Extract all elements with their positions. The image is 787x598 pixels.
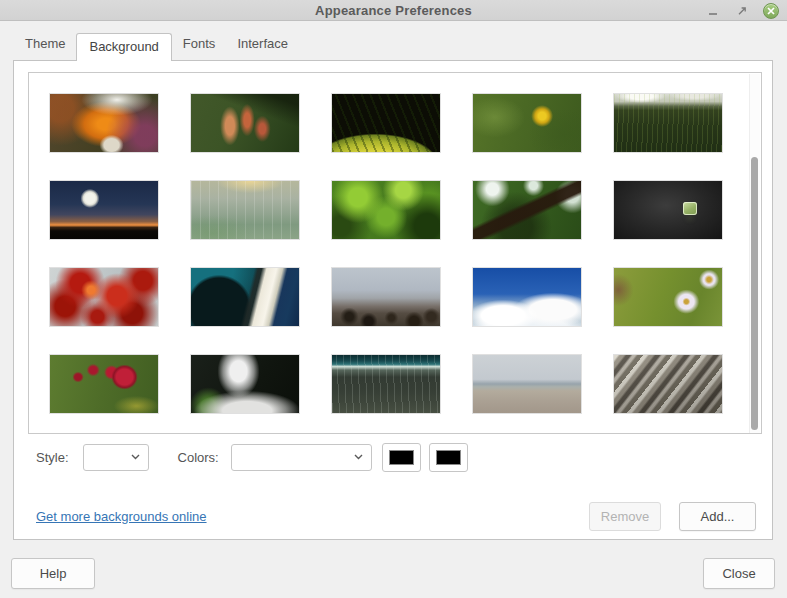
tab-fonts[interactable]: Fonts — [172, 36, 227, 51]
background-tab-panel: Style: Colors: Get more backgrounds onli… — [13, 60, 773, 540]
wallpaper-list — [28, 72, 762, 434]
colors-label: Colors: — [178, 450, 219, 465]
style-dropdown[interactable] — [83, 444, 149, 471]
secondary-color-swatch — [436, 450, 461, 465]
wallpaper-thumbnail-dandelion-orange[interactable] — [50, 94, 158, 152]
tab-theme[interactable]: Theme — [14, 36, 76, 51]
wallpaper-thumbnail-rock-texture[interactable] — [614, 355, 722, 413]
style-controls-row: Style: Colors: — [36, 442, 468, 472]
wallpaper-thumbnail-teal-abstract[interactable] — [191, 268, 299, 326]
add-remove-group: Remove Add... — [589, 502, 756, 531]
wallpaper-thumbnail-moon-sunset[interactable] — [50, 181, 158, 239]
appearance-preferences-window: Appearance Preferences Theme Background … — [0, 0, 787, 598]
close-window-button[interactable] — [763, 3, 779, 19]
wallpaper-thumbnail-palm-leaf[interactable] — [332, 94, 440, 152]
wallpaper-thumbnail-tulips[interactable] — [50, 355, 158, 413]
chevron-down-icon — [354, 454, 363, 460]
minimize-button[interactable] — [705, 3, 721, 19]
wallpaper-thumbnail-yellow-flower-bud[interactable] — [473, 94, 581, 152]
wallpaper-grid — [29, 73, 722, 413]
wallpaper-thumbnail-misty-pebbles[interactable] — [332, 268, 440, 326]
tab-interface[interactable]: Interface — [226, 36, 299, 51]
scrollbar-thumb[interactable] — [751, 157, 758, 430]
maximize-button[interactable] — [734, 3, 750, 19]
wallpaper-thumbnail-autumn-blur[interactable] — [191, 94, 299, 152]
wallpaper-thumbnail-calm-beach[interactable] — [473, 355, 581, 413]
get-more-backgrounds-link[interactable]: Get more backgrounds online — [36, 509, 207, 524]
remove-button: Remove — [589, 502, 661, 531]
primary-color-swatch — [389, 450, 414, 465]
wallpaper-thumbnail-grass-field[interactable] — [614, 94, 722, 152]
primary-color-button[interactable] — [382, 443, 421, 472]
panel-bottom-row: Get more backgrounds online Remove Add..… — [36, 501, 756, 531]
window-title: Appearance Preferences — [315, 3, 472, 18]
secondary-color-button[interactable] — [429, 443, 468, 472]
wallpaper-thumbnail-green-leaves[interactable] — [332, 181, 440, 239]
titlebar[interactable]: Appearance Preferences — [0, 0, 787, 21]
help-button[interactable]: Help — [11, 558, 95, 589]
add-button[interactable]: Add... — [679, 502, 756, 531]
wallpaper-thumbnail-rain-bokeh[interactable] — [191, 181, 299, 239]
wallpaper-thumbnail-mint-logo-dark[interactable] — [614, 181, 722, 239]
colors-dropdown[interactable] — [231, 444, 372, 471]
wallpaper-thumbnail-tree-canopy[interactable] — [473, 181, 581, 239]
chevron-down-icon — [131, 454, 140, 460]
vertical-scrollbar[interactable] — [749, 74, 760, 434]
wallpaper-thumbnail-star-flowers[interactable] — [614, 268, 722, 326]
window-controls — [705, 0, 779, 21]
wallpaper-thumbnail-blue-sky-clouds[interactable] — [473, 268, 581, 326]
tab-background[interactable]: Background — [76, 33, 171, 61]
wallpaper-thumbnail-waterfall[interactable] — [191, 355, 299, 413]
wallpaper-thumbnail-red-maple[interactable] — [50, 268, 158, 326]
close-icon — [767, 7, 775, 15]
maximize-icon — [737, 6, 747, 16]
minimize-icon — [708, 6, 718, 16]
style-label: Style: — [36, 450, 69, 465]
tab-bar: Theme Background Fonts Interface — [0, 22, 787, 60]
wallpaper-thumbnail-wave-shore[interactable] — [332, 355, 440, 413]
close-button[interactable]: Close — [703, 558, 775, 589]
